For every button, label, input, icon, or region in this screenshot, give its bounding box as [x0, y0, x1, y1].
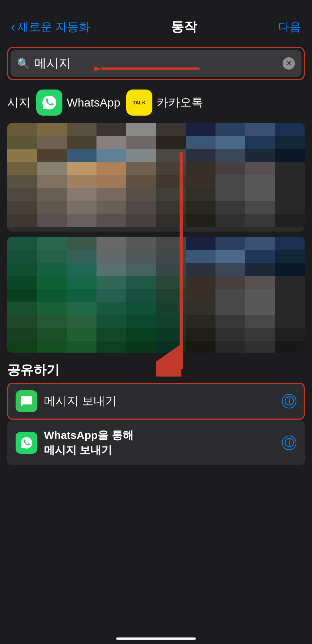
mosaic-block-2: [7, 237, 305, 353]
whatsapp-label-line1: WhatsApp을 통해: [44, 428, 282, 443]
search-input-text[interactable]: 메시지: [34, 55, 278, 72]
nav-next-button[interactable]: 다음: [278, 19, 301, 35]
nav-back-label: 새로운 자동화: [17, 19, 90, 35]
nav-title: 동작: [171, 18, 197, 36]
action-list: 메시지 보내기 ⓘ WhatsApp을 통해 메시지 보내기 ⓘ: [0, 383, 312, 465]
search-bar-wrapper: 🔍 메시지: [7, 47, 305, 80]
nav-bar: ‹ 새로운 자동화 동작 다음: [0, 0, 312, 43]
filter-messages[interactable]: 시지: [7, 95, 30, 111]
section-heading: 공유하기: [0, 358, 312, 383]
action-item-send-message[interactable]: 메시지 보내기 ⓘ: [7, 383, 305, 420]
home-indicator: [116, 637, 196, 640]
whatsapp-app-icon-action: [16, 432, 37, 454]
search-section: 🔍 메시지: [0, 43, 312, 86]
info-button-send-message[interactable]: ⓘ: [282, 394, 296, 408]
kakaotalk-icon: TALK: [126, 90, 152, 116]
whatsapp-icon: [36, 90, 62, 116]
send-message-label: 메시지 보내기: [44, 393, 282, 409]
nav-back-button[interactable]: ‹ 새로운 자동화: [11, 19, 90, 35]
whatsapp-label-line2: 메시지 보내기: [44, 443, 282, 458]
app-filter-row: 시지 WhatsApp TALK 카카오톡: [0, 86, 312, 123]
whatsapp-filter-label: WhatsApp: [67, 96, 120, 109]
blurred-content-area: [0, 123, 312, 353]
info-button-whatsapp-message[interactable]: ⓘ: [282, 436, 296, 450]
clear-button[interactable]: [283, 57, 295, 70]
search-bar[interactable]: 🔍 메시지: [11, 50, 301, 77]
action-item-whatsapp-message[interactable]: WhatsApp을 통해 메시지 보내기 ⓘ: [7, 420, 305, 465]
filter-messages-label: 시지: [7, 95, 30, 111]
whatsapp-message-label: WhatsApp을 통해 메시지 보내기: [44, 428, 282, 458]
filter-whatsapp[interactable]: WhatsApp: [36, 90, 120, 116]
chevron-left-icon: ‹: [11, 20, 15, 35]
messages-app-icon: [16, 390, 37, 412]
kakaotalk-filter-label: 카카오톡: [157, 95, 203, 111]
filter-kakaotalk[interactable]: TALK 카카오톡: [126, 90, 203, 116]
search-icon: 🔍: [17, 58, 30, 70]
mosaic-block-1: [7, 123, 305, 232]
kakao-talk-text: TALK: [132, 100, 145, 105]
